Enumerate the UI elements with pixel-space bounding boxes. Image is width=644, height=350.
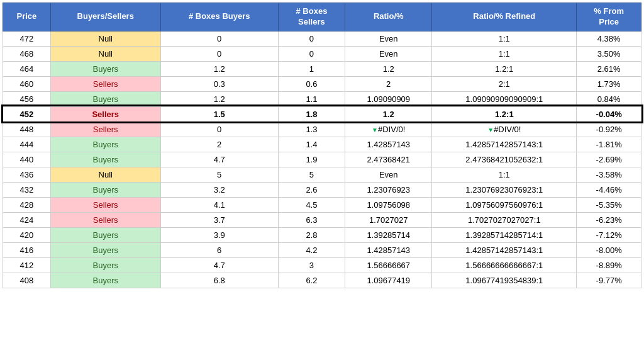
cell-ratio: 1.09090909 bbox=[345, 91, 432, 106]
cell-buyers-sellers: Sellers bbox=[50, 212, 160, 227]
table-row: 408Buyers6.86.21.096774191.0967741935483… bbox=[3, 273, 641, 288]
cell-ratio-refined: ▼#DIV/0! bbox=[432, 121, 577, 137]
cell-buyers-sellers: Buyers bbox=[50, 152, 160, 167]
cell-buyers-sellers: Null bbox=[50, 46, 160, 61]
table-row: 452Sellers1.51.81.21.2:1-0.04% bbox=[3, 106, 641, 121]
table-row: 436Null55Even1:1-3.58% bbox=[3, 167, 641, 182]
cell-boxes-buyers: 5 bbox=[160, 167, 278, 182]
cell-from-price: -8.00% bbox=[577, 242, 641, 257]
cell-ratio-refined: 1.2:1 bbox=[432, 61, 577, 76]
cell-ratio: 1.2 bbox=[345, 106, 432, 121]
cell-buyers-sellers: Buyers bbox=[50, 227, 160, 242]
cell-ratio-refined: 1.42857142857143:1 bbox=[432, 137, 577, 152]
cell-boxes-sellers: 1.9 bbox=[278, 152, 345, 167]
cell-boxes-buyers: 3.7 bbox=[160, 212, 278, 227]
cell-from-price: 3.50% bbox=[577, 46, 641, 61]
table-row: 448Sellers01.3▼#DIV/0!▼#DIV/0!-0.92% bbox=[3, 121, 641, 137]
col-ratio: Ratio/% bbox=[345, 3, 432, 31]
cell-ratio-refined: 1:1 bbox=[432, 167, 577, 182]
cell-price: 440 bbox=[3, 152, 51, 167]
cell-buyers-sellers: Buyers bbox=[50, 61, 160, 76]
cell-ratio: 1.42857143 bbox=[345, 242, 432, 257]
table-row: 412Buyers4.731.566666671.56666666666667:… bbox=[3, 257, 641, 273]
cell-boxes-buyers: 6.8 bbox=[160, 273, 278, 288]
cell-ratio: 1.2 bbox=[345, 61, 432, 76]
cell-ratio: Even bbox=[345, 46, 432, 61]
cell-price: 412 bbox=[3, 257, 51, 273]
cell-boxes-buyers: 4.1 bbox=[160, 197, 278, 212]
cell-price: 428 bbox=[3, 197, 51, 212]
cell-from-price: -8.89% bbox=[577, 257, 641, 273]
table-row: 464Buyers1.211.21.2:12.61% bbox=[3, 61, 641, 76]
cell-buyers-sellers: Null bbox=[50, 31, 160, 46]
cell-boxes-sellers: 1.4 bbox=[278, 137, 345, 152]
cell-ratio-refined: 1.23076923076923:1 bbox=[432, 182, 577, 197]
cell-boxes-sellers: 4.2 bbox=[278, 242, 345, 257]
cell-boxes-buyers: 1.5 bbox=[160, 106, 278, 121]
cell-from-price: -6.23% bbox=[577, 212, 641, 227]
table-row: 456Buyers1.21.11.090909091.0909090909090… bbox=[3, 91, 641, 106]
cell-from-price: -2.69% bbox=[577, 152, 641, 167]
cell-buyers-sellers: Buyers bbox=[50, 137, 160, 152]
cell-ratio: Even bbox=[345, 31, 432, 46]
cell-ratio-refined: 1.09677419354839:1 bbox=[432, 273, 577, 288]
cell-boxes-buyers: 3.9 bbox=[160, 227, 278, 242]
cell-price: 460 bbox=[3, 76, 51, 91]
cell-boxes-buyers: 0 bbox=[160, 46, 278, 61]
cell-ratio-refined: 1.2:1 bbox=[432, 106, 577, 121]
cell-from-price: 2.61% bbox=[577, 61, 641, 76]
cell-ratio: ▼#DIV/0! bbox=[345, 121, 432, 137]
cell-boxes-sellers: 2.8 bbox=[278, 227, 345, 242]
table-row: 460Sellers0.30.622:11.73% bbox=[3, 76, 641, 91]
cell-price: 420 bbox=[3, 227, 51, 242]
cell-ratio-refined: 1.42857142857143:1 bbox=[432, 242, 577, 257]
cell-buyers-sellers: Sellers bbox=[50, 106, 160, 121]
cell-boxes-sellers: 6.2 bbox=[278, 273, 345, 288]
cell-ratio: Even bbox=[345, 167, 432, 182]
cell-from-price: 0.84% bbox=[577, 91, 641, 106]
cell-price: 424 bbox=[3, 212, 51, 227]
cell-ratio-refined: 1:1 bbox=[432, 46, 577, 61]
cell-from-price: -0.04% bbox=[577, 106, 641, 121]
cell-from-price: 1.73% bbox=[577, 76, 641, 91]
cell-buyers-sellers: Null bbox=[50, 167, 160, 182]
cell-ratio: 1.09677419 bbox=[345, 273, 432, 288]
cell-from-price: -9.77% bbox=[577, 273, 641, 288]
cell-ratio-refined: 1.7027027027027:1 bbox=[432, 212, 577, 227]
table-row: 432Buyers3.22.61.230769231.2307692307692… bbox=[3, 182, 641, 197]
cell-boxes-sellers: 0 bbox=[278, 31, 345, 46]
cell-boxes-buyers: 0 bbox=[160, 31, 278, 46]
cell-price: 468 bbox=[3, 46, 51, 61]
cell-price: 472 bbox=[3, 31, 51, 46]
cell-boxes-sellers: 1.8 bbox=[278, 106, 345, 121]
cell-boxes-buyers: 2 bbox=[160, 137, 278, 152]
cell-boxes-sellers: 1.1 bbox=[278, 91, 345, 106]
cell-boxes-sellers: 1.3 bbox=[278, 121, 345, 137]
cell-boxes-sellers: 5 bbox=[278, 167, 345, 182]
cell-ratio-refined: 1.39285714285714:1 bbox=[432, 227, 577, 242]
table-row: 444Buyers21.41.428571431.42857142857143:… bbox=[3, 137, 641, 152]
cell-boxes-sellers: 4.5 bbox=[278, 197, 345, 212]
col-price: Price bbox=[3, 3, 51, 31]
cell-price: 448 bbox=[3, 121, 51, 137]
cell-boxes-buyers: 1.2 bbox=[160, 91, 278, 106]
table-row: 440Buyers4.71.92.473684212.4736842105263… bbox=[3, 152, 641, 167]
cell-from-price: -5.35% bbox=[577, 197, 641, 212]
table-row: 416Buyers64.21.428571431.42857142857143:… bbox=[3, 242, 641, 257]
table-row: 420Buyers3.92.81.392857141.3928571428571… bbox=[3, 227, 641, 242]
cell-ratio: 1.7027027 bbox=[345, 212, 432, 227]
cell-price: 416 bbox=[3, 242, 51, 257]
main-container: Price Buyers/Sellers # Boxes Buyers # Bo… bbox=[3, 3, 641, 288]
cell-buyers-sellers: Buyers bbox=[50, 91, 160, 106]
cell-price: 408 bbox=[3, 273, 51, 288]
cell-from-price: -3.58% bbox=[577, 167, 641, 182]
cell-from-price: -0.92% bbox=[577, 121, 641, 137]
cell-boxes-buyers: 3.2 bbox=[160, 182, 278, 197]
col-from-price: % FromPrice bbox=[577, 3, 641, 31]
col-buyers-sellers: Buyers/Sellers bbox=[50, 3, 160, 31]
price-table: Price Buyers/Sellers # Boxes Buyers # Bo… bbox=[3, 3, 641, 288]
cell-ratio-refined: 1.09756097560976:1 bbox=[432, 197, 577, 212]
cell-buyers-sellers: Sellers bbox=[50, 197, 160, 212]
cell-boxes-sellers: 3 bbox=[278, 257, 345, 273]
cell-boxes-buyers: 4.7 bbox=[160, 152, 278, 167]
